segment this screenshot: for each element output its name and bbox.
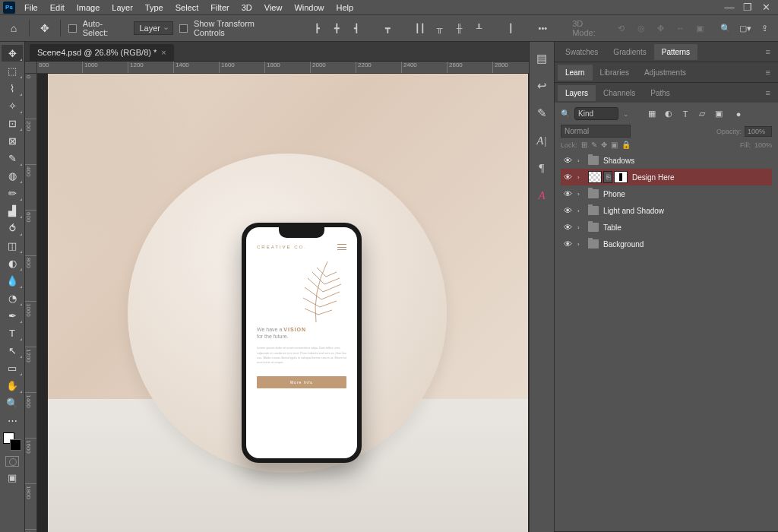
close-tab-icon[interactable]: × <box>161 48 166 57</box>
tab-libraries[interactable]: Libraries <box>593 65 637 81</box>
distribute-h-icon[interactable]: ┃┃ <box>413 21 427 35</box>
document-tab[interactable]: Scene4.psd @ 26.8% (RGB/8) * × <box>30 44 174 61</box>
zoom-tool[interactable]: 🔍 <box>2 394 23 411</box>
layer-row[interactable]: 👁 › Phone <box>561 185 772 202</box>
layer-row[interactable]: 👁 › Light and Shadow <box>561 202 772 219</box>
history-panel-icon[interactable]: ↩ <box>533 77 551 95</box>
chevron-right-icon[interactable]: › <box>577 241 584 248</box>
menu-window[interactable]: Window <box>288 2 330 14</box>
tab-learn[interactable]: Learn <box>558 65 593 81</box>
layer-row[interactable]: 👁 › Shadows <box>561 152 772 169</box>
history-brush-tool[interactable]: ⥀ <box>2 220 23 236</box>
chevron-right-icon[interactable]: › <box>577 174 584 181</box>
lasso-tool[interactable]: ⌇ <box>2 80 23 97</box>
magic-wand-tool[interactable]: ✧ <box>2 97 23 114</box>
lock-artboard-icon[interactable]: ▣ <box>611 141 618 149</box>
lock-position-icon[interactable]: ✥ <box>601 141 607 149</box>
menu-image[interactable]: Image <box>71 2 106 14</box>
visibility-icon[interactable]: 👁 <box>562 173 573 182</box>
chevron-right-icon[interactable]: › <box>577 191 584 198</box>
tab-gradients[interactable]: Gradients <box>606 44 653 60</box>
filter-shape-icon[interactable]: ▱ <box>696 108 708 120</box>
distribute-bottom-icon[interactable]: ╨ <box>473 21 486 35</box>
menu-3d[interactable]: 3D <box>236 2 258 14</box>
pen-tool[interactable]: ✒ <box>2 307 23 324</box>
eraser-tool[interactable]: ◫ <box>2 237 23 254</box>
visibility-icon[interactable]: 👁 <box>562 206 573 215</box>
align-left-icon[interactable]: ┣ <box>310 21 324 35</box>
type-tool[interactable]: T <box>2 325 23 341</box>
color-panel-icon[interactable]: ▤ <box>533 49 551 68</box>
move-tool[interactable]: ✥ <box>2 45 23 62</box>
layer-mask-thumbnail[interactable] <box>614 171 628 183</box>
ruler-vertical[interactable]: 0200400600800100012001400160018002000220… <box>25 74 37 532</box>
window-close-icon[interactable]: ✕ <box>757 2 775 13</box>
chevron-down-icon[interactable]: ⌄ <box>623 110 634 118</box>
chevron-right-icon[interactable]: › <box>577 207 584 214</box>
distribute-v-icon[interactable]: ╫ <box>453 21 466 35</box>
auto-select-dropdown[interactable]: Layer <box>134 21 173 35</box>
share-icon[interactable]: ⇪ <box>758 21 772 35</box>
eyedropper-tool[interactable]: ✎ <box>2 150 23 166</box>
transform-checkbox[interactable] <box>179 24 188 33</box>
blend-mode-select[interactable]: Normal <box>561 125 631 138</box>
layer-row[interactable]: 👁 › Background <box>561 236 772 252</box>
layer-row[interactable]: 👁 › Table <box>561 219 772 236</box>
lock-transparency-icon[interactable]: ⊞ <box>581 141 587 149</box>
workspace-icon[interactable]: ▢▾ <box>738 21 752 35</box>
home-icon[interactable]: ⌂ <box>6 21 21 36</box>
search-icon[interactable]: 🔍 <box>719 21 732 35</box>
lock-image-icon[interactable]: ✎ <box>591 141 597 149</box>
stamp-tool[interactable]: ▟ <box>2 202 23 219</box>
fill-input[interactable]: 100% <box>754 141 772 149</box>
filter-type-icon[interactable]: T <box>679 108 691 120</box>
menu-layer[interactable]: Layer <box>106 2 139 14</box>
visibility-icon[interactable]: 👁 <box>562 239 573 249</box>
hand-tool[interactable]: ✋ <box>2 377 23 394</box>
visibility-icon[interactable]: 👁 <box>562 223 573 232</box>
distribute-spacing-icon[interactable]: ┃ <box>504 21 517 35</box>
lock-all-icon[interactable]: 🔒 <box>621 141 631 149</box>
tab-adjustments[interactable]: Adjustments <box>637 65 694 81</box>
filter-pixel-icon[interactable]: ▦ <box>646 108 658 120</box>
panel-menu-icon[interactable]: ≡ <box>761 68 775 77</box>
more-options-icon[interactable]: ••• <box>536 21 549 35</box>
dodge-tool[interactable]: ◔ <box>2 290 23 306</box>
distribute-top-icon[interactable]: ╥ <box>433 21 447 35</box>
align-top-icon[interactable]: ┳ <box>381 21 395 35</box>
window-maximize-icon[interactable]: ❐ <box>738 2 757 13</box>
paragraph-panel-icon[interactable]: ¶ <box>533 159 551 177</box>
glyphs-panel-icon[interactable]: A <box>533 186 551 204</box>
menu-view[interactable]: View <box>258 2 289 14</box>
menu-filter[interactable]: Filter <box>204 2 235 14</box>
color-swatches[interactable] <box>3 432 21 451</box>
filter-smart-icon[interactable]: ▣ <box>713 108 725 120</box>
canvas[interactable]: CREATIVE CO. We have a VISIONfor the fut… <box>37 74 529 532</box>
auto-select-checkbox[interactable] <box>68 24 77 33</box>
panel-menu-icon[interactable]: ≡ <box>761 88 775 97</box>
crop-tool[interactable]: ⊡ <box>2 115 23 131</box>
layer-filter-select[interactable]: Kind <box>574 107 618 120</box>
align-center-h-icon[interactable]: ╋ <box>330 21 343 35</box>
menu-edit[interactable]: Edit <box>44 2 71 14</box>
blur-tool[interactable]: 💧 <box>2 272 23 289</box>
screen-mode-icon[interactable]: ▣ <box>8 472 17 483</box>
tab-channels[interactable]: Channels <box>596 85 643 101</box>
align-right-icon[interactable]: ┫ <box>349 21 363 35</box>
filter-toggle-icon[interactable]: ● <box>732 108 745 120</box>
menu-select[interactable]: Select <box>169 2 205 14</box>
visibility-icon[interactable]: 👁 <box>562 189 573 198</box>
chevron-right-icon[interactable]: › <box>577 157 584 164</box>
layer-thumbnail[interactable] <box>588 171 602 183</box>
ruler-horizontal[interactable]: 8001000120014001600180020002200240026002… <box>37 62 529 74</box>
window-minimize-icon[interactable]: — <box>720 2 738 13</box>
panel-menu-icon[interactable]: ≡ <box>761 47 775 56</box>
brush-tool[interactable]: ✏ <box>2 185 23 201</box>
path-select-tool[interactable]: ↖ <box>2 342 23 359</box>
gradient-tool[interactable]: ◐ <box>2 255 23 271</box>
menu-file[interactable]: File <box>18 2 44 14</box>
tab-paths[interactable]: Paths <box>643 85 678 101</box>
menu-type[interactable]: Type <box>139 2 169 14</box>
shape-tool[interactable]: ▭ <box>2 359 23 376</box>
edit-toolbar-icon[interactable]: ⋯ <box>2 412 23 429</box>
